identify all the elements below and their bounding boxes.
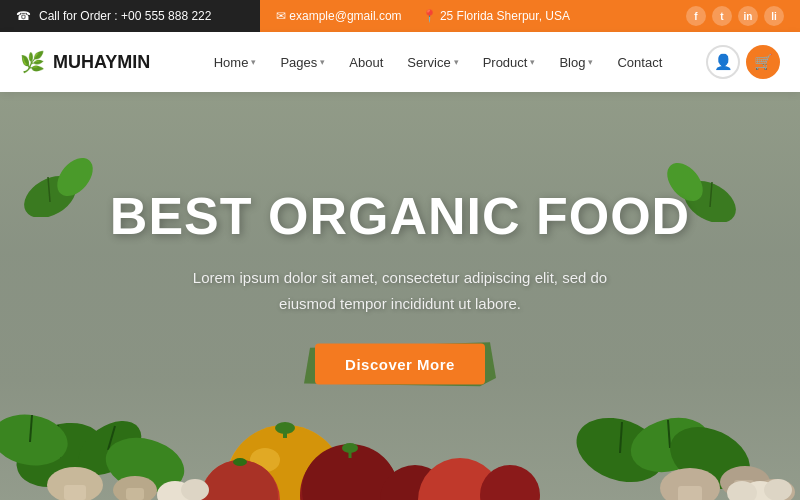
social-links: f t in li — [686, 6, 784, 26]
cta-button-wrapper: Discover More — [315, 344, 485, 385]
email-info: ✉ example@gmail.com — [276, 9, 402, 23]
nav-about[interactable]: About — [339, 49, 393, 76]
hero-subtitle: Lorem ipsum dolor sit amet, consectetur … — [100, 265, 700, 316]
nav-pages[interactable]: Pages ▾ — [270, 49, 335, 76]
top-bar-right: ✉ example@gmail.com 📍 25 Florida Sherpur… — [260, 0, 800, 32]
hero-section: BEST ORGANIC FOOD Lorem ipsum dolor sit … — [0, 92, 800, 500]
nav-service-label: Service — [407, 55, 450, 70]
navbar: 🌿 MUHAYMIN Home ▾ Pages ▾ About Service … — [0, 32, 800, 92]
nav-links: Home ▾ Pages ▾ About Service ▾ Product ▾… — [170, 49, 706, 76]
social-icon-4[interactable]: li — [764, 6, 784, 26]
hero-content: BEST ORGANIC FOOD Lorem ipsum dolor sit … — [100, 188, 700, 385]
logo[interactable]: 🌿 MUHAYMIN — [20, 50, 170, 74]
top-bar: ☎ Call for Order : +00 555 888 222 ✉ exa… — [0, 0, 800, 32]
email-icon: ✉ — [276, 9, 289, 23]
phone-icon: ☎ — [16, 9, 31, 23]
nav-product[interactable]: Product ▾ — [473, 49, 546, 76]
email-text: example@gmail.com — [289, 9, 401, 23]
leaf-decoration-left — [20, 147, 100, 221]
svg-rect-16 — [126, 488, 144, 500]
top-bar-info: ✉ example@gmail.com 📍 25 Florida Sherpur… — [276, 9, 570, 23]
nav-contact[interactable]: Contact — [607, 49, 672, 76]
chevron-down-icon: ▾ — [454, 57, 459, 67]
chevron-down-icon: ▾ — [251, 57, 256, 67]
svg-point-28 — [233, 458, 247, 466]
location-info: 📍 25 Florida Sherpur, USA — [422, 9, 570, 23]
top-bar-left: ☎ Call for Order : +00 555 888 222 — [0, 0, 260, 32]
nav-service[interactable]: Service ▾ — [397, 49, 468, 76]
hero-subtitle-line1: Lorem ipsum dolor sit amet, consectetur … — [193, 269, 607, 286]
nav-product-label: Product — [483, 55, 528, 70]
discover-more-button[interactable]: Discover More — [315, 344, 485, 385]
nav-blog-label: Blog — [559, 55, 585, 70]
nav-home[interactable]: Home ▾ — [204, 49, 267, 76]
hero-subtitle-line2: eiusmod tempor incididunt ut labore. — [279, 294, 521, 311]
svg-point-41 — [764, 479, 792, 500]
svg-rect-14 — [64, 485, 86, 500]
cart-icon-button[interactable]: 🛒 — [746, 45, 780, 79]
nav-contact-label: Contact — [617, 55, 662, 70]
nav-home-label: Home — [214, 55, 249, 70]
twitter-icon[interactable]: t — [712, 6, 732, 26]
svg-rect-35 — [678, 486, 702, 500]
nav-icons: 👤 🛒 — [706, 45, 780, 79]
nav-pages-label: Pages — [280, 55, 317, 70]
svg-point-44 — [181, 479, 209, 500]
location-text: 25 Florida Sherpur, USA — [440, 9, 570, 23]
nav-blog[interactable]: Blog ▾ — [549, 49, 603, 76]
phone-text: Call for Order : +00 555 888 222 — [39, 9, 211, 23]
linkedin-icon[interactable]: in — [738, 6, 758, 26]
chevron-down-icon: ▾ — [588, 57, 593, 67]
hero-title: BEST ORGANIC FOOD — [100, 188, 700, 245]
location-icon: 📍 — [422, 9, 440, 23]
chevron-down-icon: ▾ — [320, 57, 325, 67]
facebook-icon[interactable]: f — [686, 6, 706, 26]
nav-about-label: About — [349, 55, 383, 70]
logo-icon: 🌿 — [20, 50, 45, 74]
logo-text: MUHAYMIN — [53, 52, 150, 73]
chevron-down-icon: ▾ — [530, 57, 535, 67]
user-icon-button[interactable]: 👤 — [706, 45, 740, 79]
